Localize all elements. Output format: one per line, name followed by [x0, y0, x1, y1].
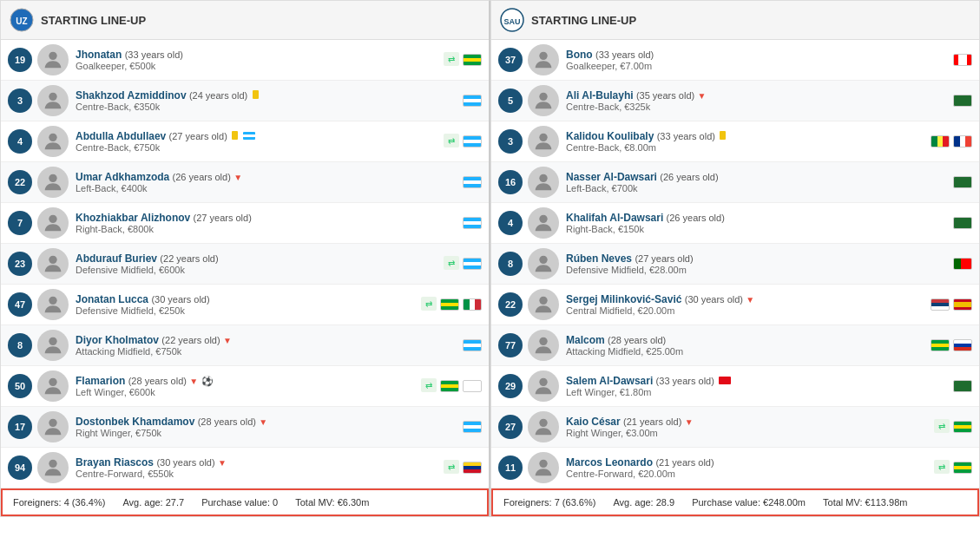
- svg-text:UZ: UZ: [16, 16, 27, 26]
- svg-text:⇄: ⇄: [448, 136, 455, 146]
- substitution-icon: ⇄: [444, 256, 459, 272]
- flag-france-icon: [953, 135, 972, 147]
- svg-point-39: [539, 460, 547, 468]
- player-avatar: [528, 85, 559, 116]
- flag-saudi-icon: [953, 217, 972, 229]
- player-name[interactable]: Khalifah Al-Dawsari (26 years old): [566, 212, 948, 224]
- player-name[interactable]: Jhonatan (33 years old): [76, 49, 438, 61]
- player-row: 37Bono (33 years old)Goalkeeper, €7.00m: [491, 40, 979, 81]
- flag-georgia-icon: [463, 380, 482, 392]
- player-info: Kaio César (21 years old) ▼Right Winger,…: [566, 416, 929, 438]
- player-action-icons: [463, 421, 482, 433]
- svg-point-2: [49, 52, 56, 60]
- player-meta: Left Winger, €600k: [76, 387, 416, 397]
- flag-serbia-icon: [931, 298, 950, 311]
- right-team-panel: SAU STARTING LINE-UP 37Bono (33 years ol…: [490, 0, 980, 517]
- jersey-number: 29: [498, 374, 523, 398]
- player-meta: Attacking Midfield, €25.00m: [566, 346, 925, 357]
- player-row: 22Sergej Milinković-Savić (30 years old)…: [491, 285, 979, 325]
- svg-text:⇄: ⇄: [938, 462, 945, 472]
- player-name[interactable]: Khozhiakbar Alizhonov (27 years old): [76, 212, 457, 224]
- player-action-icons: [931, 339, 972, 351]
- player-info: Sergej Milinković-Savić (30 years old) ▼…: [566, 293, 925, 316]
- player-name[interactable]: Bono (33 years old): [566, 49, 948, 61]
- player-row: 8Rúben Neves (27 years old)Defensive Mid…: [491, 244, 979, 285]
- player-meta: Right Winger, €3.00m: [566, 428, 929, 438]
- yellow-card-icon: [720, 131, 726, 140]
- player-name[interactable]: Ali Al-Bulayhi (35 years old) ▼: [566, 89, 948, 102]
- player-name[interactable]: Marcos Leonardo (21 years old): [566, 456, 929, 469]
- player-info: Shakhzod Azmiddinov (24 years old) Centr…: [76, 89, 457, 112]
- player-name[interactable]: Abdulla Abdullaev (27 years old): [76, 130, 438, 142]
- right-players-list: 37Bono (33 years old)Goalkeeper, €7.00m5…: [491, 40, 979, 488]
- player-avatar: [37, 370, 69, 402]
- uz-flag-inline: [243, 132, 255, 140]
- player-row: 4Abdulla Abdullaev (27 years old) Centre…: [1, 121, 489, 162]
- player-action-icons: ⇄: [444, 134, 482, 150]
- jersey-number: 17: [8, 415, 32, 439]
- player-meta: Centre-Forward, €550k: [76, 469, 438, 479]
- player-name[interactable]: Rúben Neves (27 years old): [566, 252, 948, 265]
- player-avatar: [37, 411, 69, 442]
- player-name[interactable]: Shakhzod Azmiddinov (24 years old): [76, 89, 457, 102]
- svg-text:SAU: SAU: [503, 17, 520, 26]
- player-row: 11Marcos Leonardo (21 years old)Centre-F…: [491, 448, 979, 488]
- player-name[interactable]: Brayan Riascos (30 years old) ▼: [76, 456, 438, 469]
- red-arrow-icon: ▼: [223, 336, 232, 345]
- svg-point-34: [539, 338, 547, 345]
- jersey-number: 50: [8, 374, 32, 398]
- svg-text:⇄: ⇄: [448, 55, 455, 64]
- player-name[interactable]: Diyor Kholmatov (22 years old) ▼: [76, 334, 457, 346]
- player-name[interactable]: Sergej Milinković-Savić (30 years old) ▼: [566, 293, 925, 305]
- jersey-number: 5: [498, 88, 523, 113]
- flag-brazil-icon: [440, 298, 459, 311]
- svg-text:⇄: ⇄: [938, 422, 945, 431]
- svg-point-10: [49, 215, 56, 223]
- player-avatar: [37, 330, 69, 361]
- player-name[interactable]: Salem Al-Dawsari (33 years old): [566, 375, 948, 387]
- left-total-mv: Total MV: €6.30m: [295, 497, 369, 508]
- player-avatar: [528, 167, 559, 198]
- svg-point-30: [539, 174, 547, 182]
- player-info: Khozhiakbar Alizhonov (27 years old)Righ…: [76, 212, 457, 234]
- red-arrow-icon: ▼: [218, 458, 227, 468]
- player-avatar: [37, 207, 69, 239]
- player-row: 77Malcom (28 years old)Attacking Midfiel…: [491, 325, 979, 366]
- player-name[interactable]: Kalidou Koulibaly (33 years old): [566, 130, 925, 142]
- player-name[interactable]: Jonatan Lucca (30 years old): [76, 293, 416, 305]
- player-action-icons: ⇄: [934, 419, 972, 436]
- player-avatar: [37, 452, 69, 483]
- svg-point-33: [539, 297, 547, 305]
- player-action-icons: [931, 298, 972, 311]
- substitution-icon: ⇄: [444, 460, 459, 476]
- flag-uzbekistan-icon: [463, 176, 482, 188]
- player-row: 22Umar Adkhamzoda (26 years old) ▼Left-B…: [1, 162, 489, 203]
- red-arrow-icon: ▼: [746, 295, 754, 305]
- svg-point-22: [49, 460, 56, 468]
- player-action-icons: [953, 95, 972, 107]
- player-name[interactable]: Nasser Al-Dawsari (26 years old): [566, 171, 948, 183]
- jersey-number: 19: [8, 48, 32, 72]
- red-arrow-icon: ▼: [685, 417, 694, 427]
- player-name[interactable]: Kaio César (21 years old) ▼: [566, 416, 929, 428]
- player-name[interactable]: Umar Adkhamzoda (26 years old) ▼: [76, 171, 457, 183]
- right-team-header: SAU STARTING LINE-UP: [491, 1, 979, 40]
- player-row: 7Khozhiakbar Alizhonov (27 years old)Rig…: [1, 203, 489, 244]
- player-row: 8Diyor Kholmatov (22 years old) ▼Attacki…: [1, 325, 489, 366]
- jersey-number: 77: [498, 333, 523, 357]
- player-info: Jonatan Lucca (30 years old)Defensive Mi…: [76, 293, 416, 316]
- player-name[interactable]: Flamarion (28 years old) ▼ ⚽: [76, 375, 416, 387]
- player-meta: Defensive Midfield, €600k: [76, 265, 438, 275]
- player-avatar: [528, 289, 559, 320]
- flag-senegal-icon: [931, 135, 950, 147]
- player-name[interactable]: Dostonbek Khamdamov (28 years old) ▼: [76, 416, 457, 428]
- player-row: 94Brayan Riascos (30 years old) ▼Centre-…: [1, 448, 489, 488]
- flag-brazil-icon: [953, 462, 972, 474]
- player-meta: Central Midfield, €20.00m: [566, 305, 925, 316]
- substitution-icon: ⇄: [444, 134, 459, 150]
- player-avatar: [528, 370, 559, 402]
- player-name[interactable]: Malcom (28 years old): [566, 334, 925, 346]
- player-name[interactable]: Abdurauf Buriev (22 years old): [76, 252, 438, 265]
- player-info: Bono (33 years old)Goalkeeper, €7.00m: [566, 49, 948, 71]
- player-row: 16Nasser Al-Dawsari (26 years old)Left-B…: [491, 162, 979, 203]
